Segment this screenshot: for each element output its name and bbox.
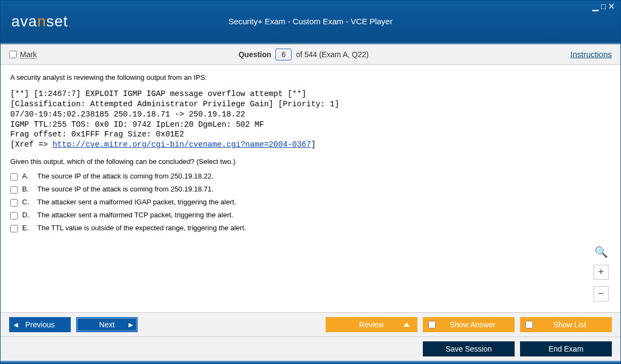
option-a-checkbox[interactable]: [10, 173, 18, 181]
titlebar: avanset Security+ Exam - Custom Exam - V…: [1, 1, 620, 43]
window-controls: ▁□✕: [592, 2, 617, 11]
option-letter: A.: [22, 172, 33, 180]
logo: avanset: [11, 13, 68, 30]
end-exam-button[interactable]: End Exam: [520, 341, 612, 356]
options-list: A. The source IP of the attack is coming…: [10, 172, 611, 232]
option-letter: D.: [22, 211, 33, 219]
logo-text-2: set: [46, 13, 68, 30]
review-label: Review: [359, 320, 384, 329]
chevron-right-icon: ▶: [129, 321, 133, 328]
logo-text-n: n: [37, 13, 46, 30]
review-button[interactable]: Review: [326, 317, 417, 332]
zoom-controls: 🔍 + −: [593, 245, 609, 301]
question-content: A security analyst is reviewing the foll…: [1, 65, 620, 312]
magnifier-icon[interactable]: 🔍: [595, 245, 608, 258]
option-text: The attacker sent a malformed TCP packet…: [37, 211, 233, 219]
maximize-icon[interactable]: □: [601, 2, 608, 11]
question-sub: Given this output, which of the followin…: [10, 157, 611, 166]
nav-button-row: ◀ Previous Next ▶ Review Show Answer Sho…: [1, 312, 620, 336]
show-list-checkbox[interactable]: [525, 321, 533, 328]
option-b-checkbox[interactable]: [10, 186, 18, 194]
option-b[interactable]: B. The source IP of the attack is coming…: [10, 185, 611, 194]
ips-xref-link[interactable]: http://cve.mitre.org/cgi-bin/cvename.cgi…: [52, 140, 311, 149]
triangle-up-icon: [403, 322, 410, 327]
option-text: The attacker sent a malformed IGAP packe…: [37, 198, 236, 206]
bottom-border: [1, 361, 620, 363]
app-window: avanset Security+ Exam - Custom Exam - V…: [0, 0, 621, 364]
ips-xref-post: ]: [311, 140, 316, 149]
ips-line: Frag offset: 0x1FFF Frag Size: 0x01E2: [10, 130, 184, 139]
zoom-out-button[interactable]: −: [593, 286, 609, 301]
show-list-label: Show List: [533, 320, 612, 329]
zoom-in-button[interactable]: +: [593, 265, 609, 280]
next-button[interactable]: Next ▶: [76, 317, 138, 332]
option-c[interactable]: C. The attacker sent a malformed IGAP pa…: [10, 198, 611, 207]
next-label: Next: [99, 320, 115, 329]
ips-line: IGMP TTL:255 TOS: 0x0 ID: 9742 IpLen:20 …: [10, 120, 264, 129]
option-c-checkbox[interactable]: [10, 199, 18, 207]
option-e[interactable]: E. The TTL value is outside of the expec…: [10, 224, 611, 232]
option-letter: E.: [22, 224, 33, 232]
mark-label: Mark: [20, 50, 37, 59]
ips-line: [**] [1:2467:7] EXPLOIT IGMP IGAP messag…: [10, 90, 306, 98]
option-d-checkbox[interactable]: [10, 212, 18, 219]
previous-label: Previous: [25, 320, 55, 329]
question-of-text: of 544 (Exam A, Q22): [296, 50, 369, 59]
option-text: The TTL value is outside of the expected…: [37, 224, 246, 232]
close-icon[interactable]: ✕: [608, 2, 617, 11]
show-answer-button[interactable]: Show Answer: [423, 317, 515, 332]
option-e-checkbox[interactable]: [10, 225, 18, 232]
previous-button[interactable]: ◀ Previous: [9, 317, 71, 332]
option-text: The source IP of the attack is coming fr…: [37, 185, 213, 193]
show-answer-label: Show Answer: [436, 320, 515, 329]
minimize-icon[interactable]: ▁: [592, 2, 601, 11]
option-a[interactable]: A. The source IP of the attack is coming…: [10, 172, 611, 181]
question-intro: A security analyst is reviewing the foll…: [10, 73, 611, 81]
option-letter: C.: [22, 198, 33, 206]
option-letter: B.: [22, 185, 33, 193]
logo-text-1: ava: [11, 13, 37, 30]
question-word: Question: [239, 50, 272, 59]
instructions-link[interactable]: Instructions: [570, 50, 612, 59]
infobar: Mark Question 6 of 544 (Exam A, Q22) Ins…: [1, 44, 620, 65]
ips-output: [**] [1:2467:7] EXPLOIT IGMP IGAP messag…: [10, 89, 611, 150]
question-number-box[interactable]: 6: [275, 49, 292, 60]
ips-line: 07/30-19:45:02.238185 250.19.18.71 -> 25…: [10, 110, 245, 119]
option-d[interactable]: D. The attacker sent a malformed TCP pac…: [10, 211, 611, 219]
question-indicator: Question 6 of 544 (Exam A, Q22): [37, 49, 570, 60]
show-list-button[interactable]: Show List: [520, 317, 612, 332]
save-session-button[interactable]: Save Session: [423, 341, 515, 356]
chevron-left-icon: ◀: [14, 321, 18, 328]
show-answer-checkbox[interactable]: [428, 321, 436, 328]
window-title: Security+ Exam - Custom Exam - VCE Playe…: [1, 17, 620, 26]
mark-checkbox[interactable]: [9, 51, 17, 58]
session-button-row: Save Session End Exam: [1, 336, 620, 361]
mark-checkbox-wrap[interactable]: Mark: [9, 50, 37, 59]
ips-line: [Classification: Attempted Administrator…: [10, 100, 339, 108]
option-text: The source IP of the attack is coming fr…: [37, 172, 213, 180]
ips-xref-pre: [Xref =>: [10, 140, 52, 149]
